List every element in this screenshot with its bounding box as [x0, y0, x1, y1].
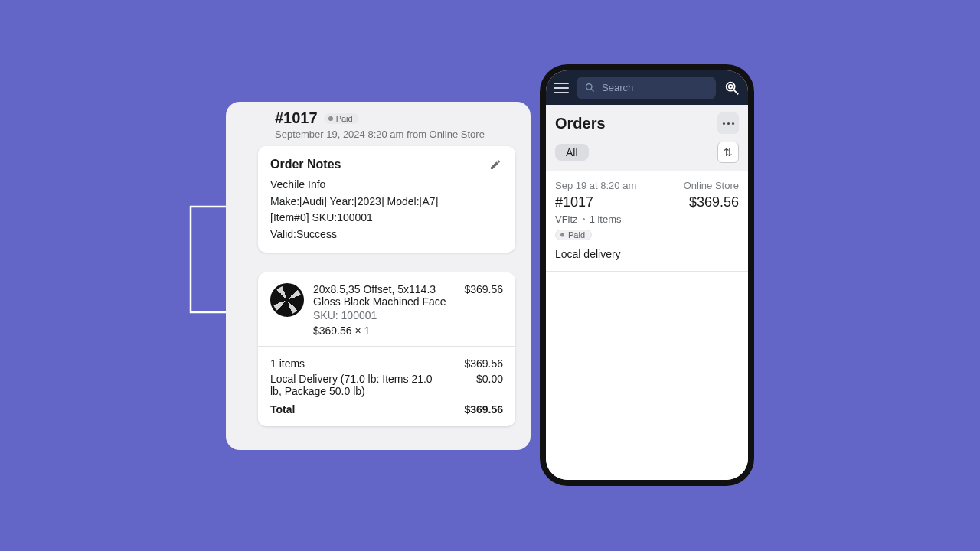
delivery-amount: $0.00	[476, 373, 503, 397]
dot-separator-icon	[583, 218, 585, 220]
product-name: 20x8.5,35 Offset, 5x114.3	[313, 283, 455, 295]
svg-point-2	[586, 84, 593, 90]
total-amount: $369.56	[464, 403, 503, 416]
product-sku: SKU: 100001	[313, 309, 455, 321]
total-label: Total	[270, 403, 295, 416]
order-item-count: 1 items	[590, 214, 622, 225]
search-input[interactable]: Search	[577, 77, 716, 99]
product-name: Gloss Black Machined Face	[313, 295, 455, 308]
svg-point-4	[727, 82, 735, 90]
phone-screen: Search Orders All ⇅ Sep 19 at 8:20 am On…	[546, 70, 748, 480]
status-badge-paid: Paid	[324, 113, 359, 124]
sort-icon: ⇅	[724, 146, 733, 158]
phone-frame: Search Orders All ⇅ Sep 19 at 8:20 am On…	[540, 64, 754, 486]
product-image-icon	[270, 283, 304, 317]
pencil-icon	[489, 158, 501, 171]
order-notes-card: Order Notes Vechile Info Make:[Audi] Yea…	[258, 146, 515, 253]
search-icon	[584, 82, 596, 93]
gear-search-icon	[724, 80, 740, 96]
order-meta: September 19, 2024 8:20 am from Online S…	[275, 129, 500, 140]
menu-button[interactable]	[554, 83, 569, 93]
dots-icon	[723, 122, 725, 125]
svg-point-6	[729, 84, 733, 88]
delivery-label: Local Delivery (71.0 lb: Items 21.0 lb, …	[270, 373, 439, 397]
product-unit-qty: $369.56 × 1	[313, 324, 455, 337]
notes-line: Valid:Success	[270, 227, 503, 243]
order-customer: VFitz	[555, 214, 578, 225]
svg-line-5	[733, 90, 738, 94]
sort-button[interactable]: ⇅	[717, 142, 739, 163]
svg-line-3	[591, 89, 593, 91]
more-actions-button[interactable]	[717, 112, 739, 134]
notes-line: Make:[Audi] Year:[2023] Model:[A7]	[270, 194, 503, 210]
notes-line: [Item#0] SKU:100001	[270, 210, 503, 227]
order-id: #1017	[555, 194, 593, 210]
order-list-item[interactable]: Sep 19 at 8:20 am Online Store #1017 $36…	[546, 171, 748, 272]
filter-bar: All ⇅	[546, 142, 748, 171]
orders-header: Orders	[546, 105, 748, 142]
product-line-price: $369.56	[464, 283, 503, 337]
order-amount: $369.56	[689, 194, 739, 210]
order-detail-panel: #1017 Paid September 19, 2024 8:20 am fr…	[226, 102, 531, 450]
items-count-label: 1 items	[270, 357, 305, 370]
order-date: Sep 19 at 8:20 am	[555, 180, 636, 191]
hamburger-icon	[554, 83, 569, 84]
status-badge-paid: Paid	[555, 230, 592, 240]
navbar: Search	[546, 70, 748, 105]
line-item-card: 20x8.5,35 Offset, 5x114.3 Gloss Black Ma…	[258, 272, 515, 426]
order-channel: Online Store	[684, 180, 739, 191]
order-delivery: Local delivery	[555, 248, 739, 260]
order-notes-title: Order Notes	[270, 158, 341, 171]
order-id: #1017	[275, 109, 318, 127]
edit-notes-button[interactable]	[488, 157, 503, 172]
notes-line: Vechile Info	[270, 177, 503, 194]
items-subtotal: $369.56	[464, 357, 503, 370]
search-placeholder: Search	[602, 82, 633, 93]
settings-button[interactable]	[724, 80, 740, 96]
filter-all-chip[interactable]: All	[555, 144, 589, 161]
orders-title: Orders	[555, 115, 606, 132]
order-list: Sep 19 at 8:20 am Online Store #1017 $36…	[546, 171, 748, 480]
